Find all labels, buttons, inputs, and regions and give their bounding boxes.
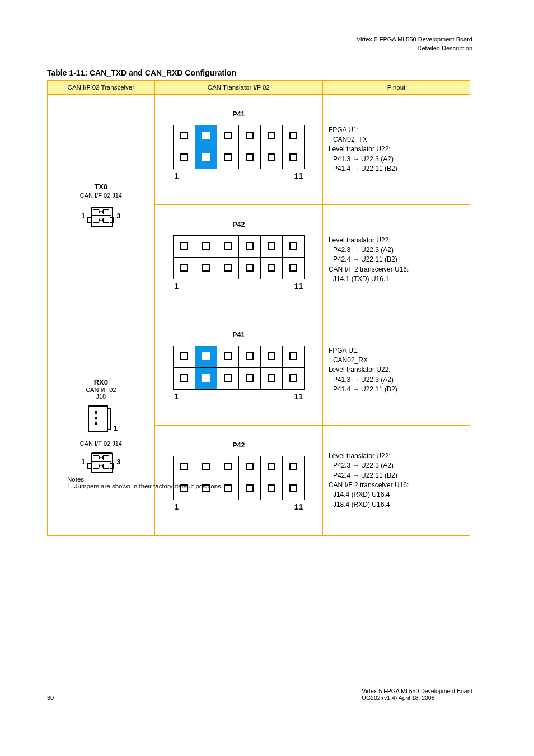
table-header-c: Pinout	[322, 81, 470, 95]
connector4-icon	[86, 450, 115, 473]
rx0-sub3: CAN I/F 02 J14	[80, 440, 122, 447]
conn4-left-label: 1	[81, 212, 85, 220]
pinout-text-3: FPGA U1:CAN02_RXLevel translator U22:P41…	[322, 315, 470, 426]
conn12-labels: 1 11	[174, 502, 303, 511]
pinout-text-2: Level translator U22:P42.3 → U22.3 (A2)P…	[322, 205, 470, 315]
conn4-right-label-b: 3	[116, 458, 120, 466]
pinout-lines: FPGA U1:CAN02_TXLevel translator U22:P41…	[323, 121, 470, 179]
conn12-p41-b: P41 1 11	[154, 315, 322, 426]
doc-header-title: Virtex-5 FPGA ML550 Development Board	[357, 36, 472, 43]
tx0-sub: CAN I/F 02 J14	[80, 192, 122, 199]
table-footnote: Notes:1. Jumpers are shown in their fact…	[67, 476, 223, 489]
conn12-grid	[173, 125, 305, 169]
connector4-icon	[86, 204, 115, 227]
conn12-grid	[173, 346, 305, 390]
row-left-tx0: TX0 CAN I/F 02 J14 1 3	[48, 95, 155, 315]
conn12-labels: 1 11	[174, 171, 303, 180]
p42-title-b: P42	[155, 441, 322, 449]
p41-title-a: P41	[155, 110, 322, 118]
conn12-p41-a: P41	[154, 95, 322, 205]
usb-label: 1	[114, 424, 118, 432]
row-left-rx0: RX0 CAN I/F 02 J18 1 CAN I/F 02 J14 1	[48, 315, 155, 536]
page-number: 30	[47, 694, 54, 701]
pinout-text-1: FPGA U1:CAN02_TXLevel translator U22:P41…	[322, 95, 470, 205]
footer-doc-id: Virtex-5 FPGA ML550 Development BoardUG2…	[362, 688, 472, 701]
tx0-title: TX0	[94, 183, 107, 191]
conn4-right-label: 3	[116, 212, 120, 220]
table-header-b: CAN Translator I/F 02	[154, 81, 322, 95]
usb-connector-icon	[85, 403, 113, 432]
config-table: CAN I/F 02 Transceiver CAN Translator I/…	[47, 80, 470, 536]
table-title: Table 1-11: CAN_TXD and CAN_RXD Configur…	[47, 68, 236, 77]
pinout-text-4: Level translator U22:P42.3 → U22.3 (A2)P…	[322, 426, 470, 536]
p42-title-a: P42	[155, 221, 322, 228]
doc-header-subtitle: Detailed Description	[418, 45, 472, 52]
conn12-labels: 1 11	[174, 282, 303, 291]
conn4-left-label-b: 1	[81, 458, 85, 466]
conn12-p42-a: P42 1 11	[154, 205, 322, 315]
rx0-title: RX0	[94, 378, 108, 386]
rx0-sub2: J18	[96, 393, 106, 400]
conn12-labels: 1 11	[174, 392, 303, 401]
table-header-a: CAN I/F 02 Transceiver	[48, 81, 155, 95]
p41-title-b: P41	[155, 331, 322, 339]
conn12-grid	[173, 235, 305, 279]
rx0-sub: CAN I/F 02	[86, 386, 116, 393]
